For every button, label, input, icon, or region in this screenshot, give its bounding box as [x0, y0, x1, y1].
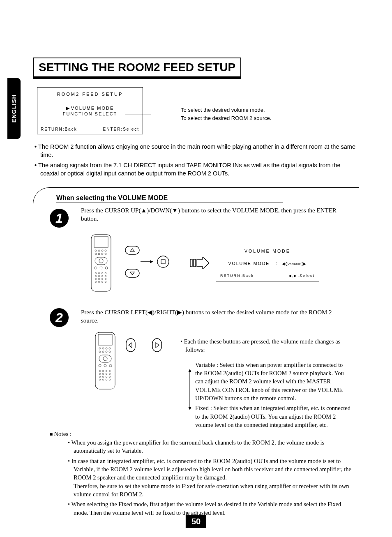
svg-point-43 [99, 348, 101, 349]
svg-point-5 [105, 250, 106, 251]
svg-point-30 [105, 281, 106, 283]
svg-point-28 [98, 281, 100, 283]
intro-bullets: The ROOM 2 function allows enjoying one … [33, 143, 359, 177]
svg-point-6 [95, 253, 97, 255]
manual-page: ENGLISH SETTING THE ROOM2 FEED SETUP ROO… [0, 0, 392, 537]
svg-marker-73 [129, 343, 132, 348]
svg-point-56 [99, 370, 101, 372]
svg-marker-34 [130, 272, 134, 275]
svg-point-22 [105, 275, 106, 277]
svg-point-64 [99, 376, 101, 378]
svg-point-62 [106, 373, 107, 375]
svg-point-68 [99, 379, 101, 380]
svg-point-71 [109, 379, 111, 380]
sub-heading: When selecting the VOLUME MODE [56, 194, 283, 203]
osd-volume-mode-screen: VOLUME MODE VOLUME MODE : ◀Variable▶ RET… [216, 245, 319, 281]
osd-return-label: RETURN:Back [41, 127, 77, 131]
notes-heading: Notes : [50, 431, 351, 438]
svg-point-18 [105, 272, 106, 274]
svg-point-17 [101, 272, 103, 274]
osd2-title: VOLUME MODE [220, 249, 315, 254]
cursor-leftright-diagram [124, 332, 169, 357]
svg-rect-39 [190, 259, 192, 267]
svg-point-14 [105, 267, 108, 269]
svg-point-27 [95, 281, 97, 283]
svg-point-49 [106, 351, 107, 353]
svg-rect-38 [161, 260, 165, 264]
svg-point-66 [106, 376, 107, 378]
svg-point-15 [95, 272, 97, 274]
svg-point-45 [106, 348, 107, 349]
variable-label: Variable : [195, 362, 218, 368]
svg-point-59 [109, 370, 111, 372]
svg-point-29 [101, 281, 103, 283]
svg-point-24 [98, 278, 100, 280]
svg-rect-74 [152, 339, 161, 352]
svg-rect-42 [98, 334, 112, 345]
osd2-return: RETURN:Back [220, 274, 254, 278]
svg-point-44 [102, 348, 104, 349]
page-content: SETTING THE ROOM2 FEED SETUP ROOM2 FEED … [33, 58, 359, 531]
page-number: 50 [186, 515, 206, 528]
intro-bullet: The analog signals from the 7.1 CH DIREC… [40, 161, 359, 178]
svg-point-54 [104, 364, 106, 367]
step1-figure-row: VOLUME MODE VOLUME MODE : ◀Variable▶ RET… [91, 234, 351, 292]
triangle-left-icon: ◀ [282, 262, 286, 266]
note-item: When you assign the power amplifier for … [74, 438, 351, 455]
language-tab-label: ENGLISH [11, 94, 17, 122]
svg-marker-77 [188, 369, 191, 372]
svg-point-9 [105, 253, 106, 255]
step2-figure [95, 332, 169, 389]
osd2-value-row: VOLUME MODE : ◀Variable▶ [220, 261, 315, 266]
svg-point-25 [101, 278, 103, 280]
svg-point-8 [101, 253, 103, 255]
sequence-arrow-icon [190, 257, 209, 269]
svg-marker-32 [130, 249, 134, 251]
remote-control-icon [95, 332, 115, 389]
svg-point-53 [99, 364, 101, 367]
osd-function-select-row: FUNCTION SELECT [41, 111, 139, 116]
triangle-right-icon: ▶ [303, 262, 307, 266]
svg-point-63 [109, 373, 111, 375]
note-item: When selecting the Fixed mode, first adj… [74, 500, 351, 517]
step2-text: Press the CURSOR LEFT(◀)/RIGHT(▶) button… [81, 308, 347, 325]
desc-bullet: Each time these buttons are pressed, the… [185, 337, 351, 354]
svg-point-61 [102, 373, 104, 375]
svg-point-67 [109, 376, 111, 378]
notes-list: When you assign the power amplifier for … [57, 438, 351, 517]
svg-point-12 [95, 267, 97, 269]
osd-volume-mode-row: ▶VOLUME MODE [41, 106, 139, 111]
svg-point-55 [109, 364, 112, 367]
svg-point-20 [98, 275, 100, 277]
callout-function-select: To select the desired ROOM 2 source. [181, 114, 271, 122]
callout-volume-mode: To select the desired volume mode. [181, 106, 271, 114]
language-tab: ENGLISH [7, 78, 21, 139]
svg-point-58 [106, 370, 107, 372]
svg-marker-78 [188, 407, 191, 410]
osd-enter-label: ENTER:Select [103, 127, 139, 131]
osd-title: ROOM2 FEED SETUP [41, 92, 139, 97]
osd2-select: ◀,▶:Select [288, 274, 315, 278]
note-item: In case that an integrated amplifier, et… [74, 457, 351, 498]
svg-point-46 [109, 348, 111, 349]
procedure-frame: When selecting the VOLUME MODE 1 Press t… [33, 187, 359, 531]
svg-point-2 [95, 250, 97, 251]
svg-point-48 [102, 351, 104, 353]
svg-point-37 [157, 256, 169, 267]
svg-point-23 [95, 278, 97, 280]
svg-point-60 [99, 373, 101, 375]
svg-marker-36 [150, 260, 153, 263]
svg-point-21 [101, 275, 103, 277]
up-down-arrow-icon [187, 369, 193, 412]
leader-line [117, 109, 151, 109]
svg-rect-31 [125, 246, 139, 254]
svg-point-11 [99, 259, 103, 263]
svg-rect-51 [99, 355, 111, 362]
svg-point-3 [98, 250, 100, 251]
svg-rect-10 [95, 257, 107, 265]
leader-line [125, 115, 151, 115]
cursor-right-icon: ▶ [66, 106, 70, 111]
step1-text: Press the CURSOR UP(▲)/DOWN(▼) buttons t… [81, 206, 347, 223]
svg-point-50 [109, 351, 111, 353]
step-number-1: 1 [50, 209, 69, 228]
